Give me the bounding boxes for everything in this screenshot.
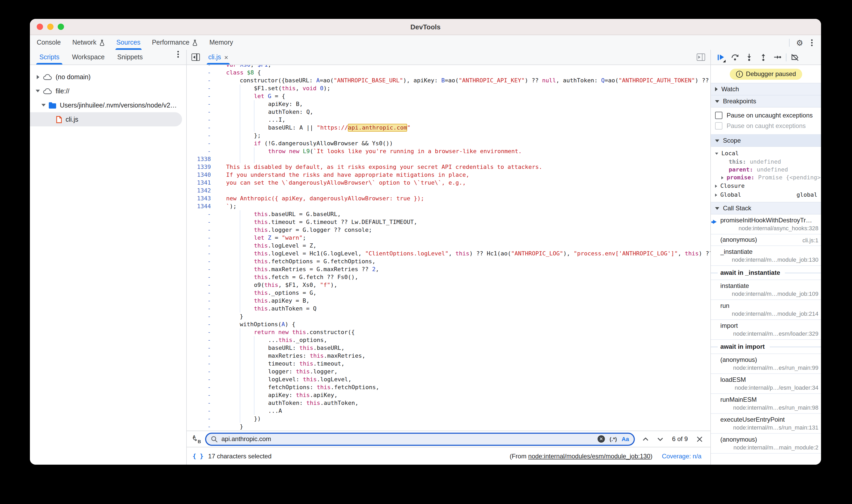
tree-item-no-domain[interactable]: (no domain) <box>30 70 186 84</box>
call-stack-frame[interactable]: _instantiatenode:internal/m…module_job:1… <box>711 246 821 266</box>
frame-location-link[interactable]: node:internal/m…module_job:130 <box>720 256 818 263</box>
line-gutter[interactable]: - <box>187 407 217 415</box>
line-gutter[interactable]: - <box>187 140 217 147</box>
code-line[interactable]: -o9(this, $F1, Xs0, "f"), <box>187 281 710 289</box>
line-gutter[interactable]: - <box>187 257 217 265</box>
line-gutter[interactable]: 1342 <box>187 187 217 195</box>
code-line[interactable]: -this.fetchOptions = G.fetchOptions, <box>187 257 710 265</box>
tree-item-folder[interactable]: Users/jinhuilee/.nvm/versions/node/v2… <box>30 98 186 112</box>
line-gutter[interactable]: - <box>187 226 217 234</box>
code-line[interactable]: -this.fetch = G.fetch ?? Fs0(), <box>187 273 710 281</box>
call-stack-frame[interactable]: executeUserEntryPointnode:internal/m…s/r… <box>711 414 821 434</box>
pause-caught-exceptions-row[interactable]: Pause on caught exceptions <box>711 121 821 131</box>
line-gutter[interactable]: - <box>187 344 217 352</box>
clear-search-icon[interactable]: ✕ <box>598 435 605 443</box>
line-gutter[interactable]: - <box>187 399 217 407</box>
code-line[interactable]: -this.timeout = G.timeout ?? Lw.DEFAULT_… <box>187 218 710 226</box>
scope-var-parent[interactable]: parent:undefined <box>711 166 821 174</box>
frame-location-link[interactable]: node:internal/m…s/run_main:131 <box>720 424 818 431</box>
code-line[interactable]: 1341you can set the \`dangerouslyAllowBr… <box>187 179 710 187</box>
line-gutter[interactable]: 1339 <box>187 163 217 171</box>
next-match-icon[interactable] <box>657 437 663 441</box>
code-line[interactable]: -...I, <box>187 116 710 124</box>
line-gutter[interactable]: - <box>187 242 217 250</box>
minimize-window-button[interactable] <box>47 23 54 30</box>
regex-toggle[interactable]: (.*) <box>610 436 617 442</box>
code-line[interactable]: -}) <box>187 415 710 423</box>
line-gutter[interactable]: - <box>187 147 217 155</box>
navigator-more-kebab-icon[interactable] <box>176 50 180 65</box>
line-gutter[interactable]: - <box>187 376 217 383</box>
code-line[interactable]: -timeout: this.timeout, <box>187 360 710 368</box>
line-gutter[interactable]: - <box>187 305 217 312</box>
scope-var-promise[interactable]: promise:Promise {<pending>} <box>711 174 821 181</box>
line-gutter[interactable]: - <box>187 76 217 85</box>
line-gutter[interactable]: - <box>187 210 217 218</box>
line-gutter[interactable]: - <box>187 312 217 321</box>
line-gutter[interactable]: - <box>187 124 217 132</box>
line-gutter[interactable]: - <box>187 391 217 399</box>
code-line[interactable]: 1339This is disabled by default, as it r… <box>187 163 710 171</box>
code-line[interactable]: -apiKey: B, <box>187 100 710 108</box>
line-gutter[interactable]: - <box>187 132 217 140</box>
line-gutter[interactable]: - <box>187 297 217 305</box>
code-line[interactable]: -fetchOptions: this.fetchOptions, <box>187 383 710 391</box>
code-line[interactable]: -return new this.constructor({ <box>187 328 710 336</box>
chevron-down-icon[interactable] <box>41 104 46 106</box>
resume-script-icon[interactable] <box>713 51 728 64</box>
code-line[interactable]: -} <box>187 312 710 321</box>
code-line[interactable]: 1338 <box>187 155 710 163</box>
code-line[interactable]: 1340If you understand the risks and have… <box>187 171 710 179</box>
line-gutter[interactable]: - <box>187 250 217 257</box>
hide-navigator-panel-icon[interactable] <box>192 54 200 61</box>
tab-performance[interactable]: Performance <box>146 35 203 50</box>
close-tab-icon[interactable]: × <box>224 54 228 60</box>
replace-toggle-icon[interactable]: AB <box>192 434 201 444</box>
code-line[interactable]: -let Z = "warn"; <box>187 234 710 242</box>
line-gutter[interactable]: 1341 <box>187 179 217 187</box>
code-line[interactable]: -baseURL: this.baseURL, <box>187 344 710 352</box>
call-stack-frame[interactable]: (anonymous)node:internal/m…es/run_main:9… <box>711 354 821 374</box>
call-stack-frame[interactable]: runMainESMnode:internal/m…es/run_main:98 <box>711 394 821 414</box>
frame-location-link[interactable]: node:internal/m…esm/loader:329 <box>720 330 818 337</box>
step-out-icon[interactable] <box>756 51 770 64</box>
tab-workspace[interactable]: Workspace <box>72 50 105 65</box>
tab-snippets[interactable]: Snippets <box>117 50 143 65</box>
line-gutter[interactable]: 1340 <box>187 171 217 179</box>
coverage-link[interactable]: Coverage: n/a <box>662 452 702 460</box>
line-gutter[interactable]: - <box>187 336 217 344</box>
call-stack-frame[interactable]: promiseInitHookWithDestroyTr…node:intern… <box>711 215 821 234</box>
call-stack-frame[interactable]: importnode:internal/m…esm/loader:329 <box>711 320 821 340</box>
frame-location-link[interactable]: node:internal/p…/esm_loader:34 <box>720 384 818 391</box>
scope-global[interactable]: Globalglobal <box>711 191 821 199</box>
line-gutter[interactable]: - <box>187 281 217 289</box>
match-case-toggle[interactable]: Aa <box>622 436 629 442</box>
line-gutter[interactable]: - <box>187 423 217 431</box>
pretty-print-icon[interactable]: { } <box>193 452 203 460</box>
step-icon[interactable] <box>770 51 784 64</box>
source-editor[interactable]: -var Xs0, $F1;-class $8 {-constructor({b… <box>187 65 710 431</box>
line-gutter[interactable]: - <box>187 273 217 281</box>
line-gutter[interactable]: - <box>187 218 217 226</box>
code-line[interactable]: -this.logLevel = Hc1(G.logLevel, "Client… <box>187 250 710 257</box>
previous-match-icon[interactable] <box>643 437 649 441</box>
code-line[interactable]: -$F1.set(this, void 0); <box>187 85 710 92</box>
tree-item-file-protocol[interactable]: file:// <box>30 84 186 98</box>
line-gutter[interactable]: - <box>187 69 217 76</box>
code-line[interactable]: -this.apiKey = B, <box>187 297 710 305</box>
tab-sources[interactable]: Sources <box>110 35 146 50</box>
checkbox-unchecked-icon[interactable] <box>715 122 723 129</box>
code-line[interactable]: -this.logger = G.logger ?? console; <box>187 226 710 234</box>
code-line[interactable]: -apiKey: this.apiKey, <box>187 391 710 399</box>
step-over-icon[interactable] <box>728 51 742 64</box>
code-line[interactable]: -constructor({baseURL: A=ao("ANTHROPIC_B… <box>187 76 710 85</box>
code-line[interactable]: -...this._options, <box>187 336 710 344</box>
origin-link[interactable]: node:internal/modules/esm/module_job:130 <box>528 452 651 460</box>
frame-location-link[interactable]: node:internal/m…es/run_main:99 <box>720 364 818 371</box>
tab-memory[interactable]: Memory <box>203 35 239 50</box>
code-line[interactable]: -if (!G.dangerouslyAllowBrowser && Ys0()… <box>187 140 710 147</box>
code-line[interactable]: -authToken: Q, <box>187 108 710 116</box>
line-gutter[interactable]: - <box>187 100 217 108</box>
line-gutter[interactable]: - <box>187 85 217 92</box>
checkbox-unchecked-icon[interactable] <box>715 112 723 119</box>
